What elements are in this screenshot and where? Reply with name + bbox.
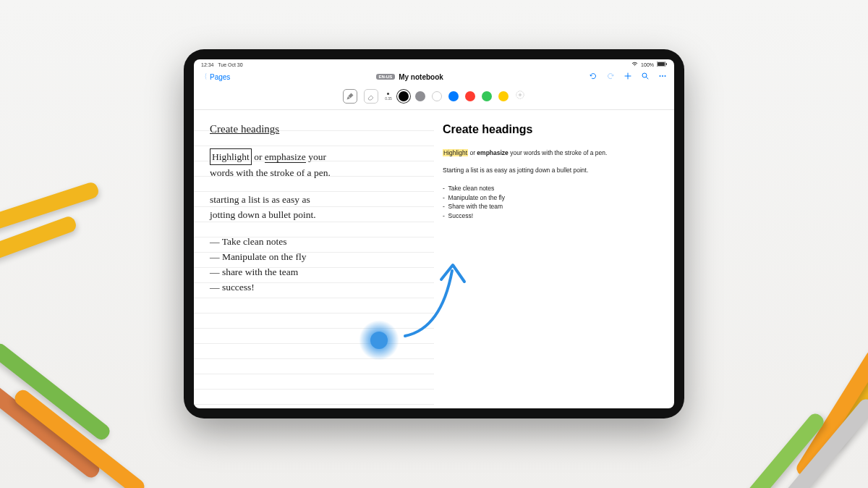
status-time: 12:34: [201, 62, 214, 67]
nav-bar: 〈 Pages EN-US My notebook: [194, 70, 674, 85]
screen: 12:34 Tue Oct 30 100% 〈 Pages EN-U: [194, 59, 674, 408]
pen-toolbar: 0.35: [194, 85, 674, 110]
rendered-pane[interactable]: Create headings Highlight or emphasize y…: [434, 110, 674, 405]
hw-line: starting a list is as easy as: [210, 192, 418, 207]
battery-icon: [657, 62, 667, 67]
more-button[interactable]: [658, 72, 667, 82]
hw-line: Highlight or emphasize your: [210, 148, 418, 165]
wifi-icon: [631, 62, 638, 67]
status-left: 12:34 Tue Oct 30: [201, 62, 243, 67]
color-black[interactable]: [399, 91, 409, 101]
svg-rect-1: [658, 62, 665, 66]
rendered-list: Take clean notes Manipulate on the fly S…: [443, 184, 658, 221]
stroke-width[interactable]: 0.35: [385, 93, 392, 101]
rendered-para: Highlight or emphasize your words with t…: [443, 149, 658, 158]
redo-button[interactable]: [606, 72, 615, 82]
add-button[interactable]: [624, 72, 632, 82]
content-area: Create headings Highlight or emphasize y…: [194, 110, 674, 405]
svg-point-4: [659, 75, 660, 77]
svg-point-6: [664, 75, 665, 77]
list-item: Success!: [443, 211, 658, 221]
ipad-device: 12:34 Tue Oct 30 100% 〈 Pages EN-U: [184, 49, 684, 418]
rendered-heading: Create headings: [443, 123, 658, 136]
battery-pct: 100%: [641, 62, 654, 67]
crayon-decor: [12, 387, 148, 488]
back-button[interactable]: 〈 Pages: [201, 72, 230, 82]
hw-list: Take clean notes Manipulate on the fly s…: [210, 234, 418, 295]
hw-list-item: Manipulate on the fly: [210, 249, 418, 264]
svg-point-3: [642, 73, 647, 77]
color-yellow[interactable]: [498, 91, 509, 101]
svg-point-5: [662, 75, 663, 77]
list-item: Take clean notes: [443, 184, 658, 193]
rendered-bold: emphasize: [477, 149, 508, 156]
hw-list-item: share with the team: [210, 264, 418, 279]
hw-boxed-word: Highlight: [210, 148, 252, 165]
rendered-para: Starting a list is as easy as jotting do…: [443, 167, 658, 175]
pen-tool[interactable]: [343, 89, 357, 104]
color-gray[interactable]: [415, 91, 425, 101]
rendered-highlight: Highlight: [443, 149, 468, 156]
nav-center: EN-US My notebook: [376, 73, 443, 81]
status-date: Tue Oct 30: [218, 62, 242, 67]
color-white[interactable]: [432, 91, 442, 101]
hw-list-item: Take clean notes: [210, 234, 418, 249]
list-item: Manipulate on the fly: [443, 193, 658, 203]
nav-actions: [589, 72, 667, 82]
language-badge[interactable]: EN-US: [376, 74, 396, 80]
undo-button[interactable]: [589, 72, 597, 82]
list-item: Share with the team: [443, 202, 658, 211]
hw-line: jotting down a bullet point.: [210, 207, 418, 222]
color-blue[interactable]: [448, 91, 459, 101]
color-red[interactable]: [465, 91, 475, 101]
hw-heading: Create headings: [210, 123, 418, 135]
document-title[interactable]: My notebook: [399, 73, 443, 81]
color-green[interactable]: [482, 91, 492, 101]
status-bar: 12:34 Tue Oct 30 100%: [194, 59, 674, 70]
chevron-left-icon: 〈: [203, 72, 207, 82]
back-label: Pages: [210, 73, 230, 81]
status-right: 100%: [631, 62, 667, 67]
search-button[interactable]: [641, 72, 650, 82]
hw-line: words with the stroke of a pen.: [210, 165, 418, 180]
svg-rect-2: [666, 63, 667, 65]
eraser-tool[interactable]: [364, 89, 378, 104]
handwriting-pane[interactable]: Create headings Highlight or emphasize y…: [194, 110, 434, 405]
hw-list-item: success!: [210, 279, 418, 295]
stroke-label: 0.35: [385, 96, 392, 101]
hw-underlined-word: emphasize: [265, 151, 306, 163]
color-picker-button[interactable]: [515, 90, 525, 103]
